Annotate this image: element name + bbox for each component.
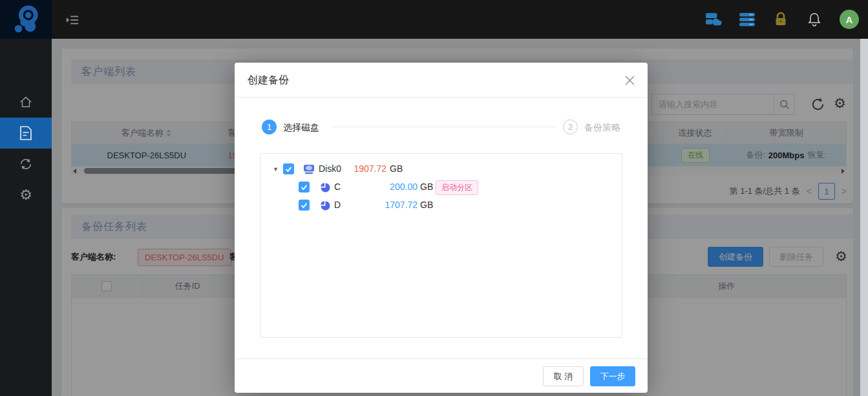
- tree-row-partition-d[interactable]: D 1707.72 GB: [260, 196, 622, 214]
- home-icon: [19, 95, 33, 109]
- gear-icon: ⚙: [19, 188, 32, 202]
- partition-c-unit: GB: [420, 182, 433, 192]
- sidebar-item-home[interactable]: [0, 87, 52, 118]
- caret-down-icon[interactable]: ▼: [273, 167, 279, 172]
- sync-icon: [19, 157, 33, 171]
- step2-label: 备份策略: [584, 122, 620, 134]
- step1-circle: 1: [262, 120, 277, 134]
- step-connector: [332, 127, 556, 127]
- modal-footer: 取 消 下一步: [235, 359, 648, 393]
- disk-icon: [303, 164, 315, 177]
- partition-d-size: 1707.72: [374, 200, 418, 210]
- partition-icon: [320, 182, 330, 195]
- modal-header: [235, 63, 648, 98]
- disk-size: 1907.72: [343, 163, 386, 174]
- next-step-button[interactable]: 下一步: [590, 366, 635, 386]
- sidebar: ⚙: [0, 39, 52, 396]
- close-button[interactable]: [622, 72, 637, 88]
- tree-row-disk[interactable]: ▼ Disk0 1907.72 GB: [260, 160, 622, 178]
- step2-circle: 2: [563, 120, 578, 134]
- disk-checkbox[interactable]: [283, 163, 294, 174]
- bell-icon[interactable]: [806, 11, 823, 28]
- server-cloud-icon[interactable]: [705, 11, 722, 28]
- disk-size-unit: GB: [390, 163, 403, 174]
- storage-stack-icon[interactable]: [739, 11, 756, 28]
- step1-label: 选择磁盘: [283, 122, 319, 134]
- sidebar-item-settings[interactable]: ⚙: [0, 180, 52, 211]
- modal-title: 创建备份: [248, 74, 289, 87]
- disk-tree: ▼ Disk0 1907.72 GB: [260, 153, 622, 338]
- top-bar: A: [0, 0, 868, 39]
- close-icon: [625, 76, 635, 85]
- sidebar-item-sync[interactable]: [0, 149, 52, 180]
- logo-icon: [11, 5, 41, 34]
- disk-name: Disk0: [319, 163, 341, 174]
- check-icon: [301, 202, 308, 209]
- document-icon: [19, 125, 32, 141]
- boot-partition-tag: 启动分区: [436, 180, 478, 195]
- check-icon: [285, 166, 292, 172]
- partition-c-checkbox[interactable]: [299, 182, 310, 193]
- create-backup-modal: 创建备份 1 选择磁盘 2 备份策略 ▼: [235, 63, 648, 393]
- avatar[interactable]: A: [840, 10, 859, 29]
- collapse-menu-icon[interactable]: [65, 12, 80, 28]
- check-icon: [301, 184, 308, 191]
- partition-icon: [320, 200, 330, 213]
- partition-c-size: 200.00: [374, 182, 418, 192]
- app-logo[interactable]: [0, 0, 52, 39]
- partition-d-checkbox[interactable]: [299, 200, 310, 211]
- partition-d-unit: GB: [420, 200, 433, 210]
- tree-row-partition-c[interactable]: C 200.00 GB 启动分区: [260, 178, 622, 196]
- partition-d-name: D: [334, 200, 341, 210]
- lock-icon[interactable]: [772, 11, 789, 28]
- partition-c-name: C: [334, 182, 341, 192]
- sidebar-item-clients[interactable]: [0, 118, 52, 149]
- cancel-button[interactable]: 取 消: [543, 366, 584, 386]
- topbar-actions: A: [705, 0, 859, 39]
- page-scrollbar[interactable]: [860, 39, 868, 396]
